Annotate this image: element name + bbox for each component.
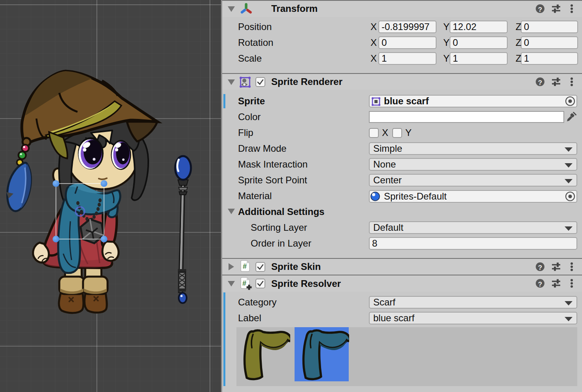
- svg-text:#: #: [243, 262, 247, 270]
- svg-text:?: ?: [538, 281, 542, 288]
- svg-text:?: ?: [538, 264, 542, 271]
- svg-text:?: ?: [538, 79, 542, 87]
- svg-text:?: ?: [538, 6, 542, 13]
- svg-text:#: #: [242, 279, 246, 287]
